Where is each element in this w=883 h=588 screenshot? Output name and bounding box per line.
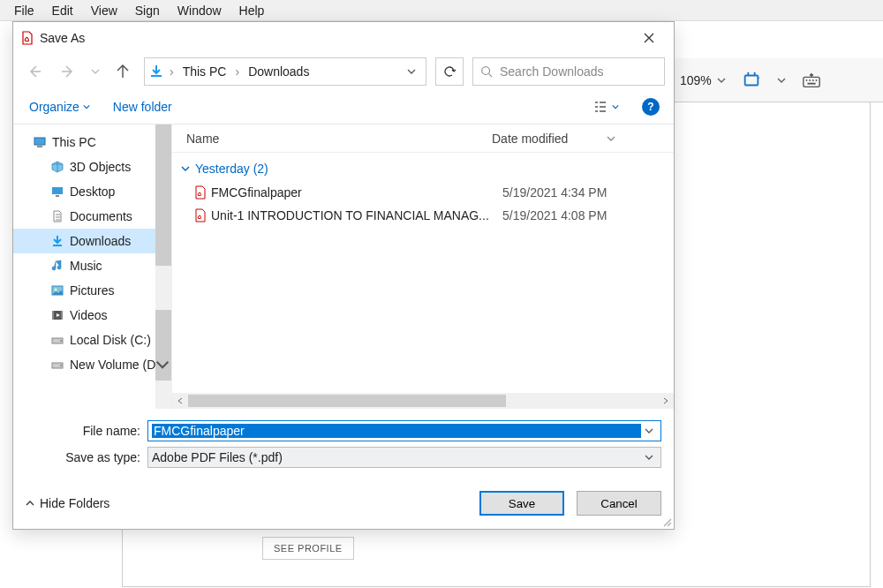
svg-point-6 xyxy=(482,67,490,75)
menu-edit[interactable]: Edit xyxy=(45,2,80,19)
pdf-file-icon xyxy=(193,208,211,222)
chevron-down-icon xyxy=(645,426,653,435)
column-name[interactable]: Name xyxy=(186,132,492,146)
scroll-right-button[interactable] xyxy=(658,393,674,409)
svg-rect-9 xyxy=(52,187,63,194)
horizontal-scrollbar[interactable] xyxy=(172,393,674,409)
dialog-titlebar: Save As xyxy=(13,22,674,54)
breadcrumb-dropdown[interactable] xyxy=(401,67,422,76)
back-button[interactable] xyxy=(22,59,47,84)
organize-menu[interactable]: Organize xyxy=(29,100,90,114)
tree-item-downloads[interactable]: Downloads xyxy=(13,229,171,253)
up-button[interactable] xyxy=(110,59,135,84)
folder-tree: This PC 3D Objects Desktop Documents Dow… xyxy=(13,124,172,409)
scroll-left-button[interactable] xyxy=(172,393,188,409)
chevron-down-icon xyxy=(607,134,615,143)
documents-icon xyxy=(50,209,64,223)
filename-dropdown[interactable] xyxy=(641,426,657,435)
help-button[interactable]: ? xyxy=(642,98,660,116)
tree-item-new-volume[interactable]: New Volume (D:) xyxy=(13,352,171,377)
tree-scrollbar-thumb[interactable] xyxy=(155,124,171,266)
chevron-down-icon[interactable] xyxy=(91,67,100,76)
column-date[interactable]: Date modified xyxy=(492,132,674,146)
pictures-icon xyxy=(50,283,64,298)
pdf-file-icon xyxy=(193,185,211,200)
svg-point-19 xyxy=(60,365,62,366)
file-date: 5/19/2021 4:08 PM xyxy=(502,208,607,222)
pdf-app-icon xyxy=(20,31,34,45)
file-row[interactable]: FMCGfinalpaper 5/19/2021 4:34 PM xyxy=(172,181,674,204)
menu-help[interactable]: Help xyxy=(232,2,272,19)
filename-value: FMCGfinalpaper xyxy=(152,424,641,438)
svg-rect-0 xyxy=(804,77,819,87)
filetype-select[interactable]: Adobe PDF Files (*.pdf) xyxy=(147,447,661,468)
nav-row: › This PC › Downloads Search Downloads xyxy=(13,54,674,89)
computer-icon xyxy=(33,135,47,149)
tree-item-local-disk[interactable]: Local Disk (C:) xyxy=(13,328,171,352)
filetype-label: Save as type: xyxy=(26,450,140,464)
svg-point-3 xyxy=(812,79,814,81)
menu-window[interactable]: Window xyxy=(170,2,229,19)
cancel-button[interactable]: Cancel xyxy=(577,491,661,516)
hide-folders-button[interactable]: Hide Folders xyxy=(26,496,109,510)
new-folder-button[interactable]: New folder xyxy=(113,100,172,114)
breadcrumb-root[interactable]: This PC xyxy=(179,63,230,80)
svg-point-1 xyxy=(805,79,807,81)
app-toolbar: 109% xyxy=(671,58,883,102)
refresh-button[interactable] xyxy=(435,57,464,86)
menu-file[interactable]: File xyxy=(7,2,42,19)
tree-item-desktop[interactable]: Desktop xyxy=(13,179,171,204)
drive-icon xyxy=(50,333,64,347)
svg-rect-14 xyxy=(52,311,54,320)
chevron-down-icon[interactable] xyxy=(155,358,170,372)
tree-item-music[interactable]: Music xyxy=(13,253,171,278)
forward-button[interactable] xyxy=(56,59,80,84)
scrollbar-thumb[interactable] xyxy=(188,395,506,407)
save-form: File name: FMCGfinalpaper Save as type: … xyxy=(13,409,674,478)
column-headers: Name Date modified xyxy=(172,124,674,153)
tree-item-videos[interactable]: Videos xyxy=(13,303,171,328)
file-name: Unit-1 INTRODUCTION TO FINANCIAL MANAG..… xyxy=(211,208,502,222)
svg-rect-10 xyxy=(56,195,59,197)
chevron-down-icon xyxy=(181,164,190,173)
downloads-location-icon xyxy=(148,64,164,79)
chevron-left-icon xyxy=(177,397,184,404)
file-row[interactable]: Unit-1 INTRODUCTION TO FINANCIAL MANAG..… xyxy=(172,204,674,227)
filename-input[interactable]: FMCGfinalpaper xyxy=(147,420,661,441)
drive-icon xyxy=(50,358,64,372)
desktop-icon xyxy=(50,185,64,199)
breadcrumb[interactable]: › This PC › Downloads xyxy=(144,57,426,86)
tree-item-this-pc[interactable]: This PC xyxy=(13,130,171,155)
file-group-header[interactable]: Yesterday (2) xyxy=(172,153,674,181)
dialog-toolbar: Organize New folder ? xyxy=(13,89,674,124)
dialog-title: Save As xyxy=(40,31,630,45)
search-placeholder: Search Downloads xyxy=(500,64,604,79)
view-options-button[interactable] xyxy=(592,99,619,115)
search-input[interactable]: Search Downloads xyxy=(472,57,665,86)
tree-item-pictures[interactable]: Pictures xyxy=(13,278,171,303)
tree-item-documents[interactable]: Documents xyxy=(13,204,171,229)
downloads-icon xyxy=(50,234,64,248)
menu-sign[interactable]: Sign xyxy=(128,2,167,19)
see-profile-button[interactable]: SEE PROFILE xyxy=(262,537,354,560)
filetype-dropdown[interactable] xyxy=(641,453,657,462)
svg-rect-8 xyxy=(37,146,42,147)
arrow-left-icon xyxy=(26,64,42,79)
save-button[interactable]: Save xyxy=(479,491,564,516)
menu-view[interactable]: View xyxy=(84,2,125,19)
breadcrumb-folder[interactable]: Downloads xyxy=(245,63,313,80)
fit-width-icon[interactable] xyxy=(742,71,761,90)
chevron-down-icon xyxy=(407,67,416,76)
filename-label: File name: xyxy=(26,424,140,438)
zoom-control[interactable]: 109% xyxy=(680,73,726,87)
chevron-down-icon[interactable] xyxy=(777,76,786,85)
svg-point-12 xyxy=(55,289,57,291)
chevron-down-icon xyxy=(645,453,653,462)
svg-point-17 xyxy=(60,340,62,342)
close-button[interactable] xyxy=(630,24,668,52)
keyboard-icon[interactable] xyxy=(802,71,821,90)
app-menu-bar: File Edit View Sign Window Help xyxy=(0,0,883,21)
resize-grip[interactable] xyxy=(661,516,672,527)
tree-item-3d-objects[interactable]: 3D Objects xyxy=(13,155,171,179)
view-list-icon xyxy=(592,99,608,115)
